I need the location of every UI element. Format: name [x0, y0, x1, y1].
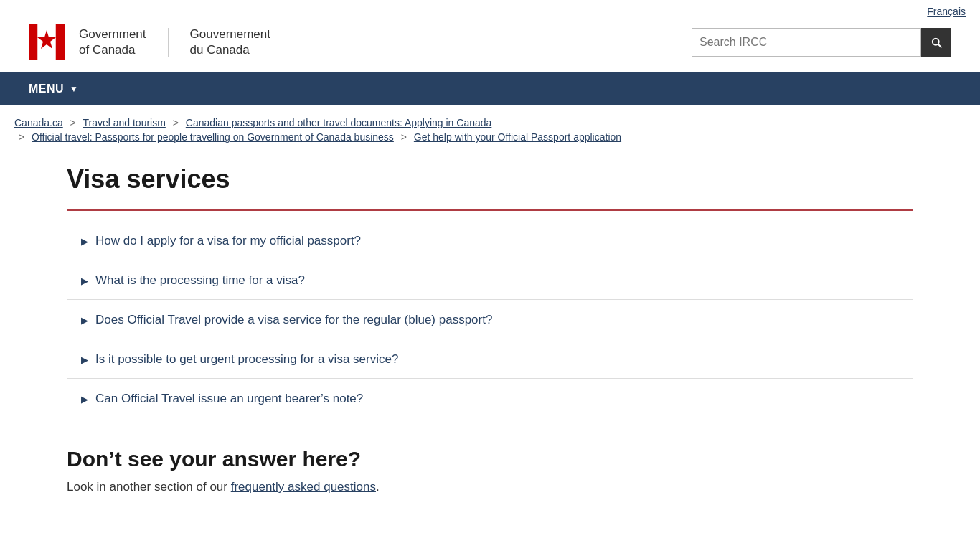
accordion-label-4: Is it possible to get urgent processing …	[95, 352, 398, 367]
accordion-item-5: ▶Can Official Travel issue an urgent bea…	[67, 380, 913, 418]
navbar: MENU ▼	[0, 72, 980, 105]
breadcrumb-canada[interactable]: Canada.ca	[14, 117, 63, 128]
lang-toggle-link[interactable]: Français	[927, 6, 966, 17]
gov-name-english: Government of Canada	[79, 27, 146, 58]
header-top-bar: Français	[0, 0, 980, 17]
breadcrumb-row2: > Official travel: Passports for people …	[14, 131, 966, 143]
canada-flag-icon	[29, 24, 65, 60]
accordion-arrow-icon: ▶	[81, 315, 88, 326]
accordion-arrow-icon: ▶	[81, 354, 88, 365]
breadcrumb-get-help[interactable]: Get help with your Official Passport app…	[414, 131, 621, 143]
government-name-bilingual: Government of Canada Gouvernement du Can…	[79, 27, 270, 58]
breadcrumb-official-travel[interactable]: Official travel: Passports for people tr…	[32, 131, 394, 143]
dont-see-section: Don’t see your answer here? Look in anot…	[67, 447, 913, 494]
search-icon	[930, 36, 943, 49]
accordion-arrow-icon: ▶	[81, 276, 88, 286]
accordion-arrow-icon: ▶	[81, 236, 88, 247]
svg-rect-1	[56, 24, 65, 60]
accordion-item-1: ▶How do I apply for a visa for my offici…	[67, 222, 913, 260]
search-button[interactable]	[921, 28, 951, 57]
dont-see-text-before: Look in another section of our	[67, 480, 231, 494]
breadcrumb-passports[interactable]: Canadian passports and other travel docu…	[186, 117, 492, 128]
main-content: Visa services ▶How do I apply for a visa…	[38, 150, 942, 523]
accordion-button-2[interactable]: ▶What is the processing time for a visa?	[67, 262, 913, 300]
chevron-down-icon: ▼	[70, 84, 78, 94]
breadcrumb-sep3: >	[19, 131, 24, 143]
breadcrumb-travel[interactable]: Travel and tourism	[83, 117, 165, 128]
accordion-label-1: How do I apply for a visa for my officia…	[95, 234, 361, 248]
accordion-label-3: Does Official Travel provide a visa serv…	[95, 313, 492, 327]
header-main: Government of Canada Gouvernement du Can…	[14, 17, 966, 72]
accordion-button-1[interactable]: ▶How do I apply for a visa for my offici…	[67, 222, 913, 260]
accordion-label-5: Can Official Travel issue an urgent bear…	[95, 392, 363, 406]
logo-divider	[168, 28, 169, 57]
accordion-button-4[interactable]: ▶Is it possible to get urgent processing…	[67, 341, 913, 379]
logo-area: Government of Canada Gouvernement du Can…	[29, 24, 270, 60]
accordion-list: ▶How do I apply for a visa for my offici…	[67, 222, 913, 418]
search-input[interactable]	[692, 28, 921, 57]
accordion-arrow-icon: ▶	[81, 394, 88, 405]
page-title: Visa services	[67, 164, 913, 194]
faq-link[interactable]: frequently asked questions	[231, 480, 376, 494]
gov-name-french: Gouvernement du Canada	[190, 27, 270, 58]
dont-see-text-after: .	[376, 480, 380, 494]
breadcrumb-sep4: >	[401, 131, 407, 143]
accordion-item-3: ▶Does Official Travel provide a visa ser…	[67, 301, 913, 339]
accordion-item-4: ▶Is it possible to get urgent processing…	[67, 341, 913, 379]
accordion-button-5[interactable]: ▶Can Official Travel issue an urgent bea…	[67, 380, 913, 418]
accordion-label-2: What is the processing time for a visa?	[95, 273, 305, 288]
dont-see-title: Don’t see your answer here?	[67, 447, 913, 471]
title-divider	[67, 209, 913, 211]
dont-see-text: Look in another section of our frequentl…	[67, 480, 913, 494]
menu-button[interactable]: MENU ▼	[14, 72, 93, 105]
breadcrumb-sep2: >	[173, 117, 179, 128]
header: Government of Canada Gouvernement du Can…	[0, 17, 980, 72]
menu-label: MENU	[29, 83, 64, 95]
accordion-item-2: ▶What is the processing time for a visa?	[67, 262, 913, 300]
breadcrumb-row1: Canada.ca > Travel and tourism > Canadia…	[14, 117, 966, 128]
accordion-button-3[interactable]: ▶Does Official Travel provide a visa ser…	[67, 301, 913, 339]
svg-rect-0	[29, 24, 38, 60]
breadcrumb: Canada.ca > Travel and tourism > Canadia…	[0, 105, 980, 150]
search-area	[692, 28, 951, 57]
breadcrumb-sep1: >	[70, 117, 76, 128]
